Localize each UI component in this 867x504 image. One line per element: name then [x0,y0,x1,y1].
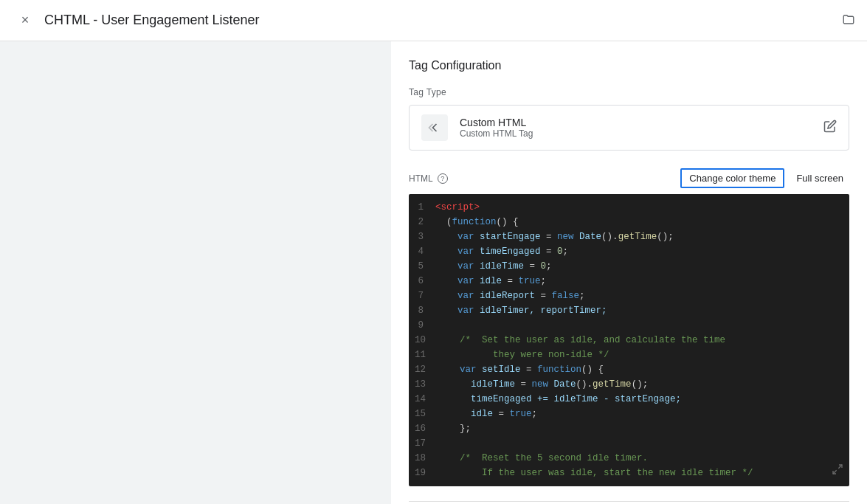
code-line: 10 /* Set the user as idle, and calculat… [409,333,849,348]
line-number: 11 [409,348,438,362]
line-code: var idle = true; [435,274,849,289]
code-line: 3 var startEngage = new Date().getTime()… [409,229,849,244]
line-code: <script> [435,200,849,215]
line-number: 14 [409,392,438,407]
code-line: 17 [409,436,849,451]
expand-icon[interactable] [832,463,843,480]
code-line: 6 var idle = true; [409,274,849,289]
line-code: var setIdle = function() { [438,362,849,377]
line-number: 5 [409,259,435,274]
code-line: 12 var setIdle = function() { [409,362,849,377]
html-label-row: HTML ? Change color theme Full screen [409,168,849,188]
code-line: 8 var idleTimer, reportTimer; [409,303,849,318]
custom-html-icon [421,114,448,141]
html-label: HTML ? [409,173,448,184]
line-code: var idleTimer, reportTimer; [435,303,849,318]
code-line: 11 they were non-idle */ [409,348,849,362]
line-code: /* Reset the 5 second idle timer. [438,451,849,466]
code-line: 18 /* Reset the 5 second idle timer. [409,451,849,466]
tag-sub: Custom HTML Tag [460,128,533,139]
close-icon: × [21,13,30,28]
code-editor[interactable]: 1<script>2 (function() {3 var startEngag… [409,194,849,486]
edit-icon[interactable] [823,120,837,136]
html-controls: Change color theme Full screen [680,168,849,188]
line-number: 9 [409,318,435,333]
code-line: 1<script> [409,200,849,215]
panel: Tag Configuration Tag Type Custom HTML C… [391,41,867,504]
folder-icon[interactable] [842,13,855,29]
code-line: 2 (function() { [409,215,849,229]
code-line: 9 [409,318,849,333]
code-line: 4 var timeEngaged = 0; [409,244,849,259]
code-line: 19 If the user was idle, start the new i… [409,466,849,480]
tag-name: Custom HTML [460,117,533,128]
code-line: 7 var idleReport = false; [409,289,849,303]
sidebar [0,0,196,504]
line-number: 1 [409,200,435,215]
main-content: Tag Configuration Tag Type Custom HTML C… [391,41,867,504]
code-line: 14 timeEngaged += idleTime - startEngage… [409,392,849,407]
code-line: 15 idle = true; [409,407,849,421]
close-button[interactable]: × [12,7,38,34]
line-code: (function() { [435,215,849,229]
line-number: 10 [409,333,438,348]
line-code: var startEngage = new Date().getTime(); [435,229,849,244]
line-number: 18 [409,451,438,466]
line-code: they were non-idle */ [438,348,849,362]
change-color-theme-button[interactable]: Change color theme [680,168,784,188]
line-code: idle = true; [438,407,849,421]
code-line: 5 var idleTime = 0; [409,259,849,274]
tag-type-box[interactable]: Custom HTML Custom HTML Tag [409,105,849,151]
line-number: 13 [409,377,438,392]
code-line: 13 idleTime = new Date().getTime(); [409,377,849,392]
section-title: Tag Configuration [409,59,849,72]
line-number: 7 [409,289,435,303]
tag-type-label: Tag Type [409,87,849,97]
line-number: 16 [409,421,438,436]
line-code: var idleReport = false; [435,289,849,303]
line-code: idleTime = new Date().getTime(); [438,377,849,392]
code-line: 16 }; [409,421,849,436]
page-title: CHTML - User Engagement Listener [44,13,836,28]
line-code: var idleTime = 0; [435,259,849,274]
line-number: 3 [409,229,435,244]
header: × CHTML - User Engagement Listener [0,0,867,41]
line-number: 2 [409,215,435,229]
line-number: 4 [409,244,435,259]
line-code: /* Set the user as idle, and calculate t… [438,333,849,348]
html-help-icon[interactable]: ? [438,173,448,184]
line-number: 12 [409,362,438,377]
divider [409,501,849,502]
tag-type-info: Custom HTML Custom HTML Tag [460,117,533,139]
line-code: timeEngaged += idleTime - startEngage; [438,392,849,407]
line-number: 15 [409,407,438,421]
line-code: If the user was idle, start the new idle… [438,466,849,480]
line-code: }; [438,421,849,436]
fullscreen-button[interactable]: Full screen [790,170,849,187]
line-number: 8 [409,303,435,318]
line-number: 17 [409,436,438,451]
svg-line-0 [838,465,842,469]
line-number: 6 [409,274,435,289]
line-number: 19 [409,466,438,480]
html-section: HTML ? Change color theme Full screen 1<… [409,168,849,486]
svg-line-1 [833,470,837,474]
line-code: var timeEngaged = 0; [435,244,849,259]
